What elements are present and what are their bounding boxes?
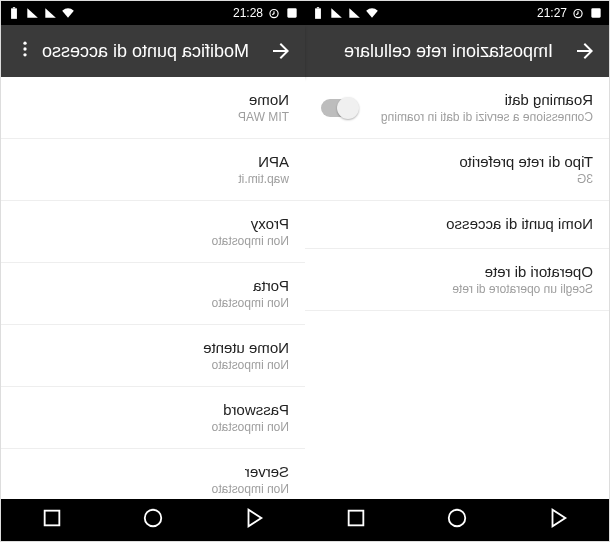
svg-point-10	[23, 42, 26, 45]
notification-icon	[589, 6, 603, 20]
item-primary: Server	[212, 463, 289, 480]
alarm-icon	[267, 6, 281, 20]
signal-icon-2	[25, 6, 39, 20]
item-tipo-rete[interactable]: Tipo di rete preferito 3G	[305, 139, 609, 201]
status-time: 21:28	[233, 6, 263, 20]
nav-recent[interactable]	[41, 507, 63, 533]
item-secondary: Scegli un operatore di rete	[452, 282, 593, 296]
svg-point-12	[23, 53, 26, 56]
item-proxy[interactable]: Proxy Non impostato	[1, 201, 305, 263]
item-nome-utente[interactable]: Nome utente Non impostato	[1, 325, 305, 387]
item-primary: Operatori di rete	[452, 263, 593, 280]
overflow-menu[interactable]	[13, 39, 37, 63]
item-primary: Tipo di rete preferito	[459, 153, 593, 170]
status-bar: 21:28	[1, 1, 305, 25]
right-pane: 21:28 Modifica punto di accesso Nome	[1, 1, 305, 541]
item-secondary: wap.tim.it	[238, 172, 289, 186]
item-apn[interactable]: Nomi punti di accesso	[305, 201, 609, 249]
item-porta[interactable]: Porta Non impostato	[1, 263, 305, 325]
battery-icon	[7, 6, 21, 20]
left-pane: 21:27 Impostazioni rete cellulare Roamin…	[305, 1, 609, 541]
page-title: Impostazioni rete cellulare	[317, 41, 553, 62]
item-secondary: Non impostato	[212, 296, 289, 310]
svg-rect-6	[287, 8, 296, 17]
item-secondary: Non impostato	[212, 420, 289, 434]
app-bar: Modifica punto di accesso	[1, 25, 305, 77]
item-server[interactable]: Server Non impostato	[1, 449, 305, 499]
app-bar: Impostazioni rete cellulare	[305, 25, 609, 77]
back-button[interactable]	[269, 39, 293, 63]
item-secondary: Non impostato	[212, 234, 289, 248]
svg-rect-14	[44, 511, 59, 526]
signal-icon	[347, 6, 361, 20]
item-secondary: Non impostato	[203, 358, 289, 372]
item-primary: Nomi punti di accesso	[446, 215, 593, 232]
settings-list-left: Roaming dati Connessione a servizi di da…	[305, 77, 609, 499]
item-nome[interactable]: Nome TIM WAP	[1, 77, 305, 139]
svg-rect-2	[315, 8, 321, 18]
svg-rect-5	[348, 511, 363, 526]
svg-point-13	[145, 510, 162, 527]
item-secondary: Connessione a servizi di dati in roaming	[381, 110, 593, 124]
item-secondary: TIM WAP	[238, 110, 289, 124]
battery-icon	[311, 6, 325, 20]
page-title: Modifica punto di accesso	[37, 41, 249, 62]
svg-rect-0	[591, 8, 600, 17]
item-primary: Porta	[212, 277, 289, 294]
status-bar: 21:27	[305, 1, 609, 25]
item-secondary: Non impostato	[212, 482, 289, 496]
item-primary: Roaming dati	[381, 91, 593, 108]
item-primary: Password	[212, 401, 289, 418]
item-primary: Nome utente	[203, 339, 289, 356]
nav-home[interactable]	[446, 507, 468, 533]
wifi-icon	[61, 6, 75, 20]
wifi-icon	[365, 6, 379, 20]
signal-icon	[43, 6, 57, 20]
alarm-icon	[571, 6, 585, 20]
svg-point-4	[449, 510, 466, 527]
item-apn[interactable]: APN wap.tim.it	[1, 139, 305, 201]
svg-point-11	[23, 47, 26, 50]
signal-icon-2	[329, 6, 343, 20]
notification-icon	[285, 6, 299, 20]
item-primary: Proxy	[212, 215, 289, 232]
item-operatori[interactable]: Operatori di rete Scegli un operatore di…	[305, 249, 609, 311]
svg-rect-8	[11, 8, 17, 18]
item-roaming-dati[interactable]: Roaming dati Connessione a servizi di da…	[305, 77, 609, 139]
settings-list-right: Nome TIM WAP APN wap.tim.it Proxy Non im…	[1, 77, 305, 499]
roaming-toggle[interactable]	[321, 99, 357, 117]
svg-rect-9	[13, 7, 15, 8]
svg-rect-3	[317, 7, 319, 8]
item-primary: Nome	[238, 91, 289, 108]
item-primary: APN	[238, 153, 289, 170]
nav-back[interactable]	[547, 507, 569, 533]
nav-back[interactable]	[243, 507, 265, 533]
nav-recent[interactable]	[345, 507, 367, 533]
nav-bar	[1, 499, 305, 541]
back-button[interactable]	[573, 39, 597, 63]
item-secondary: 3G	[459, 172, 593, 186]
item-password[interactable]: Password Non impostato	[1, 387, 305, 449]
nav-bar	[305, 499, 609, 541]
nav-home[interactable]	[142, 507, 164, 533]
status-time: 21:27	[537, 6, 567, 20]
